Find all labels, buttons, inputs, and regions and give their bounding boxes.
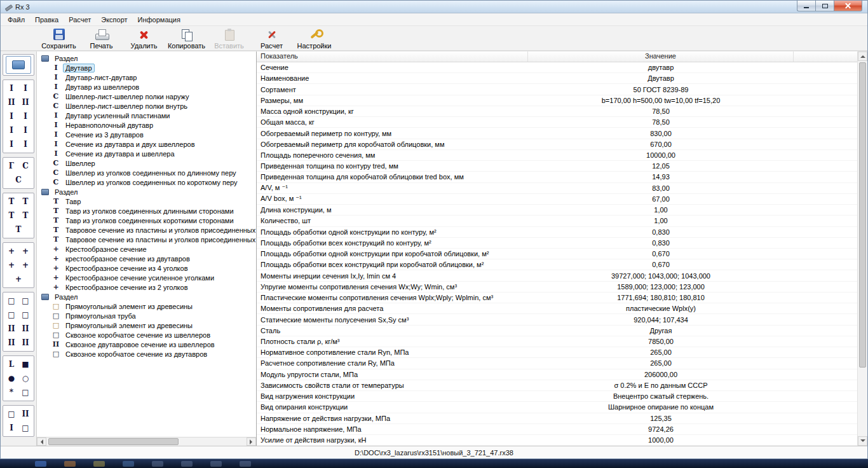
table-row[interactable]: Моменты сопротивления для расчетапластич… [257,303,857,314]
tree-item[interactable]: СШвеллер-лист-швеллер полки наружу [37,92,256,101]
tree-item[interactable]: IДвутавр усиленный пластинами [37,111,256,120]
tree-item[interactable]: +крестообразное сечение из двутавров [37,254,256,263]
palette-section-button[interactable]: II [18,336,32,350]
table-row[interactable]: Площадь обработки всех конструкций по ко… [257,238,857,249]
tree-item[interactable]: IСечение из двутавра и двух швеллеров [37,139,256,149]
table-row[interactable]: Упругие моменты сопротивления сечения Wx… [257,282,857,292]
palette-section-button[interactable]: I [18,123,32,137]
table-row[interactable]: Модуль упругости стали, МПа206000,00 [257,369,857,380]
menu-item[interactable]: Правка [30,15,64,25]
taskbar-icon[interactable] [181,461,193,467]
palette-section-button[interactable]: I [4,421,18,435]
titlebar[interactable]: Rx 3 [1,1,867,13]
palette-section-button[interactable]: □ [18,294,32,308]
taskbar-icon[interactable] [64,461,76,467]
maximize-button[interactable] [815,1,834,11]
palette-section-button[interactable]: II [18,322,32,336]
taskbar-icon[interactable] [210,461,222,467]
table-row[interactable]: Пластические моменты сопротивления сечен… [257,292,857,303]
tree-item[interactable]: IДвутавр [37,63,256,72]
tree-item[interactable]: IДвутавр-лист-двутавр [37,72,256,82]
tree-item[interactable]: □Прямоугольный элемент из древесины [37,320,256,330]
palette-section-button[interactable]: □ [4,294,18,308]
scroll-up-button[interactable] [858,52,867,61]
tree-section[interactable]: Раздел [37,292,256,301]
tree-item[interactable]: □Прямоугольный элемент из древесины [37,301,256,311]
palette-section-button[interactable]: + [4,244,18,258]
palette-section-button[interactable]: + [4,258,18,272]
palette-section-button[interactable]: □ [4,308,18,322]
close-button[interactable] [834,1,862,11]
palette-section-button[interactable] [6,56,31,74]
table-row[interactable]: Статические моменты полусечения Sx,Sy см… [257,314,857,325]
palette-section-button[interactable]: Т [18,209,32,223]
palette-section-button[interactable]: ○ [18,371,32,385]
scroll-left-button[interactable] [37,437,46,446]
tree-item[interactable]: ТТавр из уголков соединенных короткими с… [37,216,256,225]
palette-section-button[interactable]: I [4,109,18,123]
toolbar-button-save[interactable]: Сохранить [37,27,80,50]
tree-section[interactable]: Раздел [37,53,256,63]
palette-section-button[interactable]: I [18,137,32,151]
toolbar-button-calc[interactable]: Расчет [250,27,293,50]
palette-section-button[interactable]: С [11,173,25,187]
palette-section-button[interactable]: II [4,336,18,350]
tree-item[interactable]: ТТавровое сечение из пластины и уголков … [37,225,256,235]
table-row[interactable]: Вид опирания конструкцииШарнирное опиран… [257,402,857,413]
table-row[interactable]: Площадь обработки одной конструкции по к… [257,227,857,238]
taskbar-icon[interactable] [240,461,251,467]
tree-item[interactable]: □Прямоугольная труба [37,311,256,320]
tree-item[interactable]: IНеравнополочный двутавр [37,120,256,130]
palette-section-button[interactable]: II [18,95,32,109]
table-row[interactable]: Приведенная толщина для коробчатой облиц… [257,172,857,182]
table-row[interactable]: Плотность стали ρ, кг/м³7850,00 [257,336,857,347]
table-row[interactable]: Обогреваемый периметр по контуру, мм830,… [257,128,857,139]
tree-horizontal-scrollbar[interactable] [37,437,256,446]
table-row[interactable]: Напряжение от действия нагрузки, МПа125,… [257,413,857,424]
toolbar-button-copy[interactable]: Копировать [165,27,208,50]
table-row[interactable]: Сортамент50 ГОСТ 8239-89 [257,84,857,95]
palette-section-button[interactable]: I [4,81,18,95]
horizontal-scroll-thumb[interactable] [48,438,179,445]
palette-section-button[interactable]: + [18,244,32,258]
scroll-down-button[interactable] [858,436,867,446]
menu-item[interactable]: Файл [3,15,30,25]
taskbar-icon[interactable] [123,461,134,467]
palette-section-button[interactable]: + [18,258,32,272]
taskbar[interactable] [0,459,868,468]
menu-item[interactable]: Экспорт [96,15,132,25]
column-header-indicator[interactable]: Показатель [257,52,528,62]
taskbar-icon[interactable] [152,461,163,467]
palette-section-button[interactable]: II [18,407,32,421]
table-vertical-scrollbar[interactable] [857,52,867,446]
tree-item[interactable]: СШвеллер из уголков соединенных по длинн… [37,168,256,177]
tree-item[interactable]: ТТавр [37,196,256,206]
palette-section-button[interactable]: L [4,357,18,371]
table-row[interactable]: Расчетное сопротивление стали Ry, МПа265… [257,358,857,369]
table-row[interactable]: Моменты инерции сечения Ix,Iy, Imin см 4… [257,270,857,281]
table-row[interactable]: Площадь обработки одной конструкции при … [257,249,857,259]
toolbar-button-delete[interactable]: Удалить [123,27,165,50]
table-row[interactable]: Размеры, ммb=170,00 h=500,00 tw=10,00 tf… [257,95,857,106]
palette-section-button[interactable]: С [18,159,32,173]
minimize-button[interactable] [797,1,815,11]
menu-item[interactable]: Информация [133,15,186,25]
palette-section-button[interactable]: □ [18,421,32,435]
table-row[interactable]: Количество, шт1,00 [257,216,857,226]
menu-item[interactable]: Расчет [64,15,96,25]
tree-item[interactable]: +Крестообразное сечение усиленное уголка… [37,273,256,282]
tree-item[interactable]: +Крестообразное сечение из 2 уголков [37,282,256,292]
table-row[interactable]: Нормальное напряжение, МПа9724,26 [257,424,857,435]
tree-item[interactable]: □Сквозное коробчатое сечение из двутавро… [37,349,256,359]
table-row[interactable]: Общая масса, кг78,50 [257,117,857,128]
palette-section-button[interactable]: I [18,109,32,123]
toolbar-button-print[interactable]: Печать [80,27,123,50]
tree-item[interactable]: +Крестообразное сечение [37,244,256,254]
table-row[interactable]: Площадь поперечного сечения, мм10000,00 [257,150,857,161]
table-row[interactable]: Нормативное сопротивление стали Ryn, МПа… [257,347,857,358]
tree-item[interactable]: IIСквозное двутавровое сечение из швелле… [37,340,256,349]
palette-section-button[interactable]: Т [4,195,18,209]
palette-section-button[interactable]: □ [18,385,32,399]
taskbar-icon[interactable] [35,461,46,467]
tree-item[interactable]: IСечение из двутавра и швеллера [37,149,256,158]
